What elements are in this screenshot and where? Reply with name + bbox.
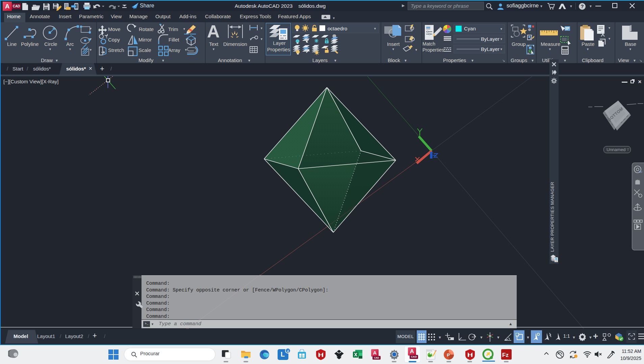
svg-text:P: P	[447, 353, 450, 358]
svg-text:Fz: Fz	[502, 352, 509, 358]
svg-text:2D: 2D	[639, 170, 642, 173]
svg-text:?: ?	[581, 3, 584, 9]
